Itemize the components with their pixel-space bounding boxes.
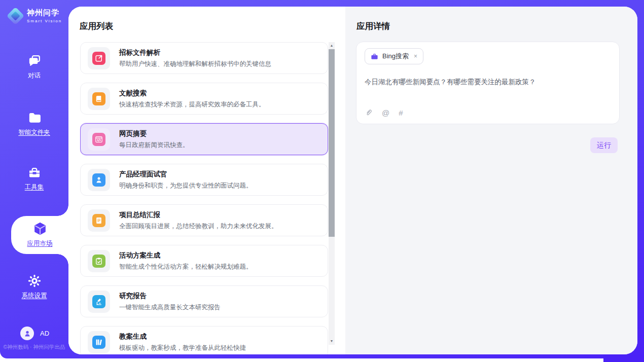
- sidebar-item-smart-folder[interactable]: 智能文件夹: [0, 111, 68, 137]
- toolbox-icon: [27, 165, 42, 179]
- app-card-text: 活动方案生成 智能生成个性化活动方案，轻松解决规划难题。: [119, 251, 253, 271]
- chip-close-icon[interactable]: ×: [414, 53, 417, 60]
- app-icon-wrap: [88, 128, 110, 151]
- folder-icon: [27, 111, 42, 125]
- app-card-text: 网页摘要 每日政府新闻资讯快查。: [119, 129, 189, 150]
- app-card-title: 研究报告: [119, 292, 221, 301]
- user-account[interactable]: AD: [20, 327, 49, 340]
- app-card-text: 项目总结汇报 全面回顾项目进展，总结经验教训，助力未来优化发展。: [119, 210, 278, 231]
- sidebar-item-app-market[interactable]: 应用市场: [11, 216, 68, 254]
- prompt-toolbar: @ #: [365, 108, 403, 117]
- attach-icon[interactable]: [365, 109, 373, 117]
- app-card-research-report[interactable]: 研究报告 一键智能生成高质量长文本研究报告: [80, 285, 328, 317]
- frame-corner: [603, 355, 644, 362]
- app-card-bid-analysis[interactable]: 招标文件解析 帮助用户快速、准确地理解和解析招标书中的关键信息: [80, 42, 328, 74]
- app-detail-panel: 应用详情 Bing搜索 × 今日湖北有哪些新闻要点？有哪些需要关注的最新政策？ …: [345, 7, 637, 354]
- app-card-project-summary[interactable]: 项目总结汇报 全面回顾项目进展，总结经验教训，助力未来优化发展。: [80, 204, 328, 236]
- app-icon-wrap: [88, 88, 110, 110]
- sidebar-item-label: 工具集: [25, 183, 44, 192]
- sidebar: 神州问学 Smart Vision 对话 智能文件夹 工具集 应用市场: [0, 0, 68, 358]
- prompt-card: Bing搜索 × 今日湖北有哪些新闻要点？有哪些需要关注的最新政策？ @ #: [356, 42, 620, 124]
- app-card-text: 研究报告 一键智能生成高质量长文本研究报告: [119, 292, 221, 312]
- app-card-title: 网页摘要: [119, 129, 189, 138]
- scroll-thumb[interactable]: [329, 49, 335, 237]
- app-card-description: 快速精准查找学术资源，提高研究效率的必备工具。: [119, 100, 265, 109]
- user-initials: AD: [40, 330, 49, 337]
- app-icon-wrap: [88, 291, 110, 313]
- app-card-description: 智能生成个性化活动方案，轻松解决规划难题。: [119, 263, 253, 271]
- interviewer-icon: [92, 173, 105, 187]
- app-card-web-summary[interactable]: 网页摘要 每日政府新闻资讯快查。: [80, 123, 328, 155]
- tool-chip-label: Bing搜索: [382, 52, 409, 61]
- clipboard-check-icon: [92, 255, 105, 268]
- sidebar-item-settings[interactable]: 系统设置: [0, 274, 68, 300]
- diamond-logo-icon: [7, 7, 24, 24]
- app-card-title: 文献搜索: [119, 89, 265, 98]
- sidebar-item-label: 对话: [28, 71, 41, 80]
- sidebar-footer: ©神州数码 · 神州问学出品: [0, 344, 68, 351]
- app-card-pm-interviewer[interactable]: 产品经理面试官 明确身份和职责，为您提供专业性的面试问题。: [80, 164, 328, 196]
- app-card-lesson-plan[interactable]: 教案生成 模板驱动，教案秒成，教学准备从此轻松快捷: [80, 326, 328, 354]
- app-card-description: 明确身份和职责，为您提供专业性的面试问题。: [119, 182, 253, 190]
- sidebar-item-label: 系统设置: [22, 292, 47, 300]
- scrollbar[interactable]: ▲ ▼: [329, 42, 335, 345]
- cube-icon: [33, 222, 47, 236]
- app-card-text: 产品经理面试官 明确身份和职责，为您提供专业性的面试问题。: [119, 170, 253, 190]
- brand-subtitle: Smart Vision: [27, 19, 62, 23]
- app-card-title: 项目总结汇报: [119, 210, 278, 220]
- brand-name: 神州问学: [27, 8, 62, 18]
- app-icon-wrap: [88, 250, 110, 272]
- briefcase-icon: [371, 53, 378, 60]
- app-card-literature-search[interactable]: 文献搜索 快速精准查找学术资源，提高研究效率的必备工具。: [80, 83, 328, 115]
- app-icon-wrap: [88, 47, 110, 69]
- microscope-icon: [92, 295, 105, 308]
- sidebar-item-toolset[interactable]: 工具集: [0, 165, 68, 192]
- app-card-text: 教案生成 模板驱动，教案秒成，教学准备从此轻松快捷: [119, 332, 246, 352]
- gear-icon: [27, 274, 42, 288]
- mention-icon[interactable]: @: [382, 108, 389, 117]
- person-icon: [23, 330, 31, 338]
- tool-chip-bing-search[interactable]: Bing搜索 ×: [365, 48, 423, 64]
- sidebar-item-label: 应用市场: [27, 239, 53, 248]
- app-card-description: 模板驱动，教案秒成，教学准备从此轻松快捷: [119, 344, 246, 352]
- app-card-title: 招标文件解析: [119, 48, 271, 57]
- app-card-text: 文献搜索 快速精准查找学术资源，提高研究效率的必备工具。: [119, 89, 265, 109]
- app-detail-title: 应用详情: [356, 21, 390, 32]
- content-shell: 应用列表 招标文件解析 帮助用户快速、准确地理解和解析招标书中的关键信息: [68, 7, 637, 354]
- app-card-description: 全面回顾项目进展，总结经验教训，助力未来优化发展。: [119, 222, 278, 231]
- app-card-description: 一键智能生成高质量长文本研究报告: [119, 303, 221, 312]
- app-card-title: 产品经理面试官: [119, 170, 253, 179]
- web-code-icon: [92, 133, 105, 146]
- app-list-panel: 应用列表 招标文件解析 帮助用户快速、准确地理解和解析招标书中的关键信息: [68, 7, 345, 354]
- app-cards: 招标文件解析 帮助用户快速、准确地理解和解析招标书中的关键信息 文献搜索 快速精…: [80, 42, 328, 354]
- app-card-text: 招标文件解析 帮助用户快速、准确地理解和解析招标书中的关键信息: [119, 48, 271, 68]
- scroll-up-button[interactable]: ▲: [329, 42, 335, 49]
- sidebar-item-label: 智能文件夹: [18, 128, 50, 137]
- app-icon-wrap: [88, 169, 110, 191]
- edit-square-icon: [92, 52, 105, 65]
- scroll-down-button[interactable]: ▼: [329, 338, 335, 345]
- avatar: [20, 327, 34, 340]
- app-card-description: 帮助用户快速、准确地理解和解析招标书中的关键信息: [119, 60, 271, 68]
- sidebar-item-chat[interactable]: 对话: [0, 54, 68, 80]
- books-icon: [92, 336, 105, 349]
- prompt-input[interactable]: 今日湖北有哪些新闻要点？有哪些需要关注的最新政策？: [365, 78, 611, 87]
- book-icon: [92, 92, 105, 105]
- app-card-description: 每日政府新闻资讯快查。: [119, 141, 189, 150]
- app-icon-wrap: [88, 331, 110, 353]
- app-card-title: 活动方案生成: [119, 251, 253, 260]
- hash-icon[interactable]: #: [399, 108, 403, 117]
- app-card-title: 教案生成: [119, 332, 246, 341]
- brand-logo: 神州问学 Smart Vision: [9, 8, 62, 23]
- brand-text: 神州问学 Smart Vision: [27, 8, 62, 23]
- run-button[interactable]: 运行: [590, 137, 618, 153]
- app-list-title: 应用列表: [80, 21, 113, 32]
- app-icon-wrap: [88, 209, 110, 232]
- chat-icon: [27, 54, 42, 68]
- app-card-event-plan[interactable]: 活动方案生成 智能生成个性化活动方案，轻松解决规划难题。: [80, 245, 328, 277]
- memo-icon: [92, 214, 105, 227]
